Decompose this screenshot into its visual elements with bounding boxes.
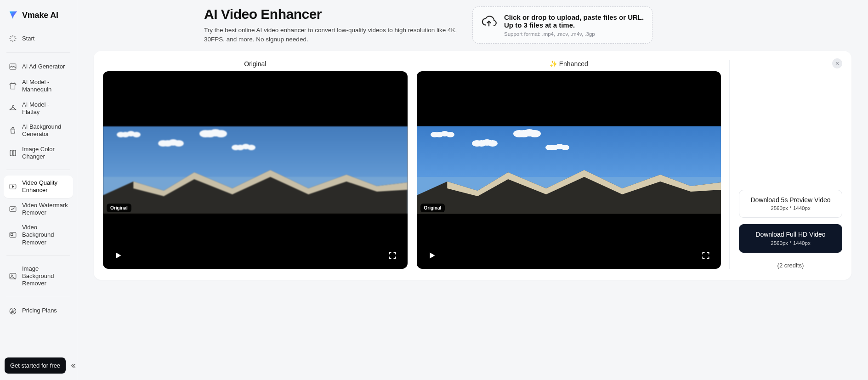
logo-icon — [8, 10, 18, 20]
svg-rect-6 — [11, 233, 13, 236]
download-column: Download 5s Preview Video 2560px * 1440p… — [729, 60, 842, 269]
divider — [6, 52, 70, 53]
divider — [6, 170, 70, 170]
sparkle-icon: ✨ — [550, 60, 557, 68]
video-badge: Original — [420, 204, 445, 212]
result-panel: Original — [94, 51, 851, 280]
svg-rect-1 — [10, 150, 12, 156]
upload-dropzone[interactable]: Click or drop to upload, paste files or … — [472, 6, 652, 44]
image-bg-icon — [8, 272, 17, 281]
sparkle-icon — [8, 34, 17, 43]
sidebar-item-model-flatlay[interactable]: AI Model - Flatlay — [4, 97, 73, 120]
video-icon — [8, 182, 17, 191]
watermark-icon — [8, 204, 17, 214]
download-full-button[interactable]: Download Full HD Video 2560px * 1440px — [739, 224, 842, 252]
upload-icon — [481, 13, 497, 29]
hanger-icon — [8, 104, 17, 113]
download-full-label: Download Full HD Video — [755, 231, 825, 238]
coin-icon — [8, 306, 17, 316]
sidebar-item-label: AI Model - Mannequin — [22, 79, 68, 94]
download-full-res: 2560px * 1440px — [744, 240, 837, 247]
fullscreen-button[interactable] — [386, 249, 399, 262]
sidebar-item-label: Video Watermark Remover — [22, 202, 68, 217]
download-preview-label: Download 5s Preview Video — [750, 196, 830, 204]
sidebar-item-image-bg-remover[interactable]: Image Background Remover — [4, 261, 73, 291]
palette-icon — [8, 148, 17, 158]
nav: Start AI Ad Generator AI Model - Mannequ… — [4, 28, 73, 355]
sidebar: Vmake AI Start AI Ad Generator — [0, 0, 77, 380]
enhanced-video[interactable]: Original — [417, 71, 721, 269]
enhanced-label: Enhanced — [559, 60, 588, 68]
svg-rect-7 — [10, 273, 16, 279]
download-preview-button[interactable]: Download 5s Preview Video 2560px * 1440p… — [739, 190, 842, 218]
upload-line1: Click or drop to upload, paste files or … — [504, 13, 644, 21]
divider — [6, 297, 70, 297]
sidebar-item-label: Image Background Remover — [22, 265, 68, 288]
original-label: Original — [103, 60, 408, 68]
collapse-sidebar-button[interactable] — [69, 359, 77, 372]
sidebar-item-watermark-remover[interactable]: Video Watermark Remover — [4, 198, 73, 221]
brand-name: Vmake AI — [22, 11, 58, 20]
get-started-button[interactable]: Get started for free — [5, 357, 66, 374]
upload-line2: Up to 3 files at a time. — [504, 21, 575, 29]
sidebar-item-video-bg-remover[interactable]: Video Background Remover — [4, 220, 73, 250]
fullscreen-button[interactable] — [699, 249, 713, 262]
image-icon — [8, 62, 17, 71]
logo[interactable]: Vmake AI — [4, 8, 73, 28]
play-button[interactable] — [425, 249, 439, 262]
sidebar-item-label: AI Model - Flatlay — [22, 101, 68, 116]
sidebar-item-color-changer[interactable]: Image Color Changer — [4, 142, 73, 164]
svg-point-8 — [11, 275, 12, 276]
svg-rect-2 — [13, 150, 16, 156]
sidebar-item-label: Start — [22, 35, 68, 42]
sidebar-item-label: AI Ad Generator — [22, 63, 68, 70]
credits-note: (2 credits) — [739, 262, 842, 269]
sidebar-item-label: Video Quality Enhancer — [22, 179, 68, 194]
sidebar-item-model-mannequin[interactable]: AI Model - Mannequin — [4, 75, 73, 97]
video-badge: Original — [107, 204, 131, 212]
divider — [6, 255, 70, 256]
bag-icon — [8, 126, 17, 135]
sidebar-item-bg-generator[interactable]: AI Background Generator — [4, 119, 73, 142]
sidebar-item-label: Image Color Changer — [22, 146, 68, 161]
bg-remove-icon — [8, 230, 17, 239]
upload-formats: Support format: .mp4, .mov, .m4v, .3gp — [504, 31, 644, 37]
main: AI Video Enhancer Try the best online AI… — [77, 0, 868, 380]
sidebar-item-label: Video Background Remover — [22, 224, 68, 246]
close-button[interactable] — [832, 58, 842, 68]
download-preview-res: 2560px * 1440px — [744, 205, 837, 212]
page-subtitle: Try the best online AI video enhancer to… — [204, 26, 461, 45]
play-button[interactable] — [111, 249, 125, 262]
shirt-icon — [8, 81, 17, 91]
sidebar-item-label: Pricing Plans — [22, 307, 68, 314]
sidebar-item-start[interactable]: Start — [4, 30, 73, 47]
sidebar-item-ad-generator[interactable]: AI Ad Generator — [4, 58, 73, 75]
sidebar-item-label: AI Background Generator — [22, 123, 68, 138]
original-video[interactable]: Original — [103, 71, 408, 269]
page-title: AI Video Enhancer — [204, 6, 461, 22]
sidebar-item-video-enhancer[interactable]: Video Quality Enhancer — [4, 176, 73, 198]
sidebar-item-pricing[interactable]: Pricing Plans — [4, 303, 73, 319]
